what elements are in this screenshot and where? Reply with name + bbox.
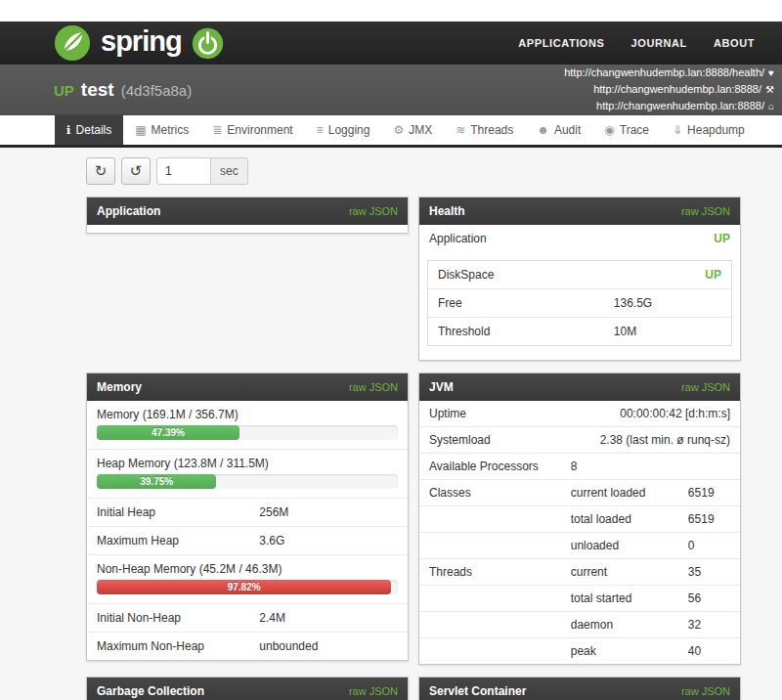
kv-label: Maximum Non-Heap	[97, 639, 259, 653]
tab-audit[interactable]: ☻Audit	[525, 115, 592, 145]
kv-value: unbounded	[259, 639, 398, 653]
jvm-row-sublabel: 8	[571, 459, 688, 473]
app-id: (4d3f5a8a)	[121, 82, 193, 99]
brand-text: spring	[101, 27, 182, 59]
kv-value: 256M	[259, 505, 398, 519]
jvm-row-sublabel: total loaded	[571, 512, 688, 526]
memory-kv-row: Initial Non-Heap 2.4M	[87, 603, 408, 632]
nonheap-bar-label: Non-Heap Memory (45.2M / 46.3M)	[97, 562, 398, 576]
health-row: Free 136.5G	[428, 288, 731, 317]
health-url-link[interactable]: http://changwenhudembp.lan:8888/health/♥	[564, 65, 774, 81]
panel-title: Servlet Container	[429, 684, 526, 698]
heap-progress-fill: 39.75%	[97, 474, 216, 489]
jvm-row-value: 2.38 (last min. ø runq-sz)	[571, 433, 730, 447]
jvm-row-sublabel: total started	[571, 591, 688, 605]
health-row-value: 10M	[614, 325, 721, 338]
jvm-row-value: 6519	[688, 512, 730, 526]
raw-json-link[interactable]: raw JSON	[349, 205, 398, 217]
gc-panel: Garbage Collection raw JSON ps_scavenge …	[86, 677, 409, 700]
memory-panel-body: Memory (169.1M / 356.7M) 47.39% Heap Mem…	[87, 401, 408, 660]
tab-bar: ℹDetails ▦Metrics ≣Environment ≡Logging …	[0, 115, 782, 145]
spring-brand[interactable]: spring	[54, 24, 224, 62]
jvm-row: Systemload 2.38 (last min. ø runq-sz)	[419, 426, 740, 453]
service-url-text: http://changwenhudembp.lan:8888/	[596, 100, 764, 111]
jvm-row: peak 40	[419, 637, 740, 664]
tab-label: Metrics	[152, 123, 190, 137]
top-spacer	[0, 0, 782, 22]
nonheap-progress-track: 97.82%	[97, 580, 398, 594]
jvm-row-label: Systemload	[429, 433, 571, 447]
application-panel-body	[87, 225, 408, 233]
raw-json-link[interactable]: raw JSON	[681, 381, 730, 393]
tab-heapdump[interactable]: ⇓Heapdump	[661, 115, 757, 145]
refresh-icon: ↻	[95, 162, 108, 180]
jvm-row: Available Processors 8	[419, 453, 740, 479]
heap-bar-label: Heap Memory (123.8M / 311.5M)	[97, 457, 398, 470]
refresh-controls: ↻ ↺ sec	[86, 157, 782, 185]
health-url-text: http://changwenhudembp.lan:8888/health/	[564, 66, 764, 78]
logging-icon: ≡	[317, 123, 324, 137]
jvm-row-label	[429, 539, 571, 552]
nav-link-journal[interactable]: JOURNAL	[631, 37, 687, 49]
refresh-interval-input[interactable]	[156, 157, 211, 185]
jvm-row-sublabel: current loaded	[571, 486, 688, 500]
power-icon	[192, 27, 224, 60]
jvm-row-label: Uptime	[429, 407, 571, 420]
jvm-row-sublabel: peak	[571, 644, 688, 658]
health-diskspace-group: DiskSpace UP Free 136.5G Threshold 10M	[427, 260, 732, 346]
jmx-icon: ⚙	[393, 123, 404, 137]
panel-title: Application	[97, 204, 160, 218]
memory-progress-fill: 47.39%	[97, 425, 239, 440]
raw-json-link[interactable]: raw JSON	[681, 685, 730, 697]
jvm-row-label	[429, 512, 571, 526]
tab-logging[interactable]: ≡Logging	[305, 115, 382, 145]
tab-environment[interactable]: ≣Environment	[200, 115, 304, 145]
health-bottom-pad	[419, 354, 740, 360]
jvm-panel-header: JVM raw JSON	[419, 373, 740, 401]
jvm-row: total loaded 6519	[419, 505, 740, 532]
app-urls: http://changwenhudembp.lan:8888/health/♥…	[564, 65, 774, 114]
auto-refresh-button[interactable]: ↺	[121, 157, 151, 185]
status-badge: UP	[54, 82, 74, 99]
service-url-link[interactable]: http://changwenhudembp.lan:8888/⌂	[564, 98, 774, 114]
auto-refresh-icon: ↺	[130, 162, 143, 180]
health-row-value: 136.5G	[614, 296, 721, 310]
health-panel-header: Health raw JSON	[419, 197, 740, 225]
jvm-row: unloaded 0	[419, 532, 740, 558]
jvm-panel-body: Uptime 00:00:00:42 [d:h:m:s] Systemload …	[419, 401, 740, 664]
management-url-link[interactable]: http://changwenhudembp.lan:8888/⚒	[564, 81, 774, 98]
raw-json-link[interactable]: raw JSON	[681, 205, 730, 217]
nonheap-progress-fill: 97.82%	[97, 580, 391, 594]
tab-metrics[interactable]: ▦Metrics	[123, 115, 200, 145]
interval-unit-label: sec	[211, 157, 248, 185]
raw-json-link[interactable]: raw JSON	[349, 381, 398, 393]
tab-details[interactable]: ℹDetails	[55, 115, 123, 145]
health-panel: Health raw JSON Application UP DiskSpace…	[418, 197, 741, 361]
memory-kv-row: Maximum Heap 3.6G	[87, 526, 408, 554]
jvm-row-label	[429, 644, 571, 658]
kv-label: Initial Heap	[97, 505, 259, 519]
tab-threads[interactable]: ≋Threads	[444, 115, 525, 145]
panel-title: Memory	[97, 380, 142, 394]
tab-jmx[interactable]: ⚙JMX	[381, 115, 444, 145]
jvm-row: total started 56	[419, 585, 740, 611]
raw-json-link[interactable]: raw JSON	[349, 685, 398, 697]
servlet-panel-header: Servlet Container raw JSON	[419, 678, 740, 700]
nav-link-applications[interactable]: APPLICATIONS	[518, 37, 604, 49]
nav-link-about[interactable]: ABOUT	[714, 37, 755, 49]
tab-trace[interactable]: ◉Trace	[592, 115, 661, 145]
kv-label: Initial Non-Heap	[97, 611, 259, 625]
tab-label: JMX	[409, 123, 432, 137]
jvm-row-label: Classes	[429, 486, 571, 500]
nav-links: APPLICATIONS JOURNAL ABOUT	[518, 37, 755, 49]
jvm-row: daemon 32	[419, 611, 740, 637]
health-status-value: UP	[614, 268, 721, 282]
refresh-button[interactable]: ↻	[86, 157, 115, 185]
gc-panel-header: Garbage Collection raw JSON	[87, 678, 408, 700]
application-panel-header: Application raw JSON	[87, 197, 408, 225]
memory-kv-row: Initial Heap 256M	[87, 498, 408, 526]
health-row: Threshold 10M	[428, 317, 731, 345]
jvm-row: Threads current 35	[419, 558, 740, 585]
app-info: UP test (4d3f5a8a)	[54, 79, 192, 101]
health-row-label: Threshold	[438, 325, 614, 338]
